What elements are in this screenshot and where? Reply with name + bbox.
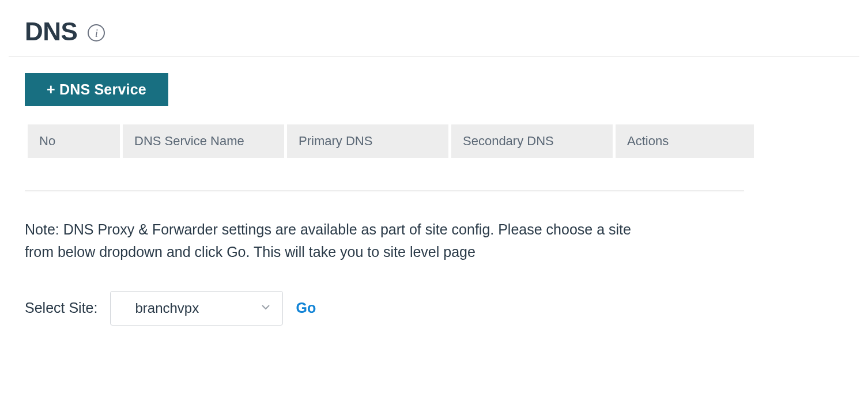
add-dns-service-button[interactable]: + DNS Service [25,73,168,106]
info-icon[interactable]: i [88,24,105,41]
column-header-name: DNS Service Name [123,124,284,158]
column-header-no: No [28,124,120,158]
go-button[interactable]: Go [296,300,316,316]
column-header-primary: Primary DNS [287,124,448,158]
page-title: DNS [25,17,77,46]
select-site-label: Select Site: [25,300,97,316]
dns-service-table: No DNS Service Name Primary DNS Secondar… [25,124,744,190]
site-select-value: branchvpx [135,300,199,316]
column-header-actions: Actions [616,124,754,158]
note-text: Note: DNS Proxy & Forwarder settings are… [25,218,636,263]
site-select[interactable]: branchvpx [110,291,283,326]
table-row-empty [28,158,754,190]
column-header-secondary: Secondary DNS [451,124,613,158]
